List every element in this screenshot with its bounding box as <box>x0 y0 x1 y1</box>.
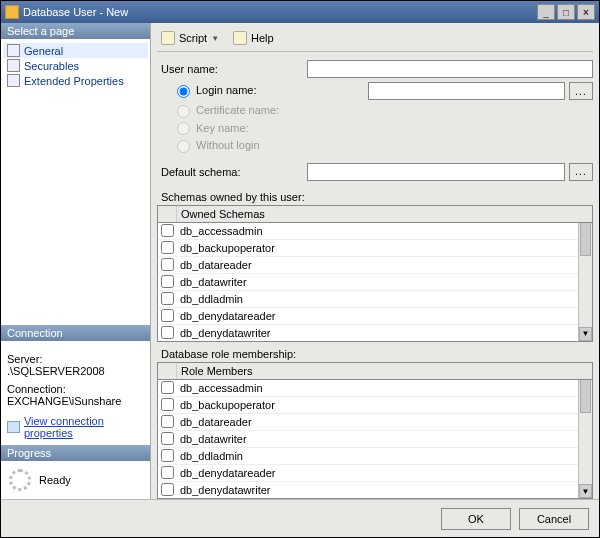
user-name-input[interactable] <box>307 60 593 78</box>
minimize-button[interactable]: _ <box>537 4 555 20</box>
properties-icon <box>7 421 20 433</box>
page-icon <box>7 74 20 87</box>
role-row[interactable]: db_denydatareader <box>158 465 578 482</box>
roles-grid: Role Members db_accessadmindb_backupoper… <box>157 362 593 499</box>
sidebar: Select a page GeneralSecurablesExtended … <box>1 23 151 499</box>
progress-spinner-icon <box>9 469 31 491</box>
help-icon <box>233 31 247 45</box>
roles-scrollbar[interactable]: ▲ ▼ <box>578 380 592 498</box>
default-schema-label: Default schema: <box>157 166 307 178</box>
role-row-label: db_backupoperator <box>176 399 578 411</box>
role-row-checkbox[interactable] <box>161 415 174 428</box>
sidebar-item-extended-properties[interactable]: Extended Properties <box>3 73 148 88</box>
view-connection-properties-link[interactable]: View connection properties <box>7 415 144 439</box>
ok-button[interactable]: OK <box>441 508 511 530</box>
schema-row-checkbox[interactable] <box>161 309 174 322</box>
role-row-checkbox[interactable] <box>161 483 174 496</box>
schema-row-checkbox[interactable] <box>161 258 174 271</box>
schema-row[interactable]: db_ddladmin <box>158 291 578 308</box>
schema-row[interactable]: db_backupoperator <box>158 240 578 257</box>
role-row-label: db_ddladmin <box>176 450 578 462</box>
key-name-radio <box>177 122 190 135</box>
without-login-label: Without login <box>196 139 260 151</box>
without-login-radio <box>177 140 190 153</box>
scroll-down-icon[interactable]: ▼ <box>579 327 592 341</box>
schema-row[interactable]: db_denydatawriter <box>158 325 578 341</box>
roles-section-label: Database role membership: <box>161 348 593 360</box>
role-row[interactable]: db_datareader <box>158 414 578 431</box>
select-page-header: Select a page <box>1 23 150 39</box>
role-row-label: db_accessadmin <box>176 382 578 394</box>
progress-header: Progress <box>1 445 150 461</box>
role-row[interactable]: db_datawriter <box>158 431 578 448</box>
schema-row-label: db_ddladmin <box>176 293 578 305</box>
schema-row-label: db_denydatareader <box>176 310 578 322</box>
cancel-button[interactable]: Cancel <box>519 508 589 530</box>
login-name-radio[interactable] <box>177 85 190 98</box>
server-label: Server: <box>7 353 144 365</box>
role-row-checkbox[interactable] <box>161 466 174 479</box>
certificate-name-label: Certificate name: <box>196 104 279 116</box>
default-schema-input[interactable] <box>307 163 565 181</box>
connection-panel: Server: .\SQLSERVER2008 Connection: EXCH… <box>1 341 150 445</box>
role-row-checkbox[interactable] <box>161 398 174 411</box>
script-button[interactable]: Script ▼ <box>157 29 229 47</box>
role-row[interactable]: db_accessadmin <box>158 380 578 397</box>
login-name-browse-button[interactable]: ... <box>569 82 593 100</box>
schema-row-checkbox[interactable] <box>161 241 174 254</box>
script-dropdown-icon: ▼ <box>211 34 219 43</box>
schema-row[interactable]: db_datareader <box>158 257 578 274</box>
schema-row[interactable]: db_denydatareader <box>158 308 578 325</box>
schema-row-label: db_backupoperator <box>176 242 578 254</box>
schemas-section-label: Schemas owned by this user: <box>161 191 593 203</box>
dialog-footer: OK Cancel <box>1 499 599 537</box>
schema-row-label: db_datareader <box>176 259 578 271</box>
role-row[interactable]: db_denydatawriter <box>158 482 578 498</box>
schema-row-checkbox[interactable] <box>161 326 174 339</box>
role-row-label: db_denydatawriter <box>176 484 578 496</box>
role-row[interactable]: db_backupoperator <box>158 397 578 414</box>
sidebar-item-label: Extended Properties <box>24 75 124 87</box>
role-row[interactable]: db_ddladmin <box>158 448 578 465</box>
sidebar-item-securables[interactable]: Securables <box>3 58 148 73</box>
connection-header: Connection <box>1 325 150 341</box>
title-bar: Database User - New _ □ × <box>1 1 599 23</box>
schemas-scrollbar[interactable]: ▲ ▼ <box>578 223 592 341</box>
role-row-label: db_denydatareader <box>176 467 578 479</box>
scroll-down-icon[interactable]: ▼ <box>579 484 592 498</box>
help-label: Help <box>251 32 274 44</box>
role-row-checkbox[interactable] <box>161 432 174 445</box>
close-button[interactable]: × <box>577 4 595 20</box>
schemas-column-header: Owned Schemas <box>176 206 592 222</box>
schema-row[interactable]: db_datawriter <box>158 274 578 291</box>
toolbar: Script ▼ Help <box>157 29 593 52</box>
help-button[interactable]: Help <box>229 29 278 47</box>
key-name-label: Key name: <box>196 122 249 134</box>
role-row-checkbox[interactable] <box>161 381 174 394</box>
page-icon <box>7 44 20 57</box>
schema-row-checkbox[interactable] <box>161 292 174 305</box>
maximize-button[interactable]: □ <box>557 4 575 20</box>
app-icon <box>5 5 19 19</box>
login-name-label: Login name: <box>196 84 257 96</box>
schema-row-checkbox[interactable] <box>161 224 174 237</box>
script-icon <box>161 31 175 45</box>
schema-row-label: db_datawriter <box>176 276 578 288</box>
certificate-name-radio <box>177 105 190 118</box>
script-label: Script <box>179 32 207 44</box>
schema-row-checkbox[interactable] <box>161 275 174 288</box>
sidebar-item-general[interactable]: General <box>3 43 148 58</box>
server-value: .\SQLSERVER2008 <box>7 365 144 377</box>
progress-status: Ready <box>39 474 71 486</box>
default-schema-browse-button[interactable]: ... <box>569 163 593 181</box>
connection-value: EXCHANGE\iSunshare <box>7 395 144 407</box>
login-name-input[interactable] <box>368 82 565 100</box>
schema-row[interactable]: db_accessadmin <box>158 223 578 240</box>
role-row-label: db_datareader <box>176 416 578 428</box>
sidebar-item-label: Securables <box>24 60 79 72</box>
progress-panel: Ready <box>1 461 150 499</box>
page-list: GeneralSecurablesExtended Properties <box>1 39 150 92</box>
role-row-label: db_datawriter <box>176 433 578 445</box>
schema-row-label: db_denydatawriter <box>176 327 578 339</box>
role-row-checkbox[interactable] <box>161 449 174 462</box>
